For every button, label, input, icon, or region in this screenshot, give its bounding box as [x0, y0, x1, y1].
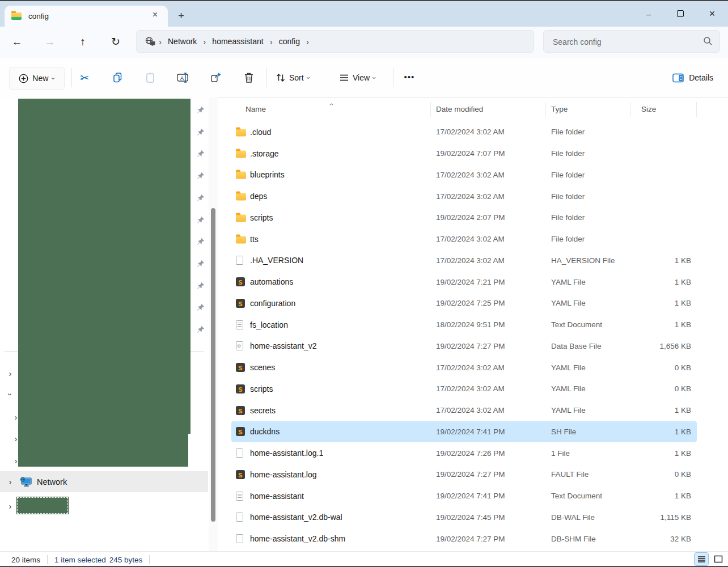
tree-expand-chevron-icon[interactable]: › [6, 501, 14, 511]
file-row[interactable]: duckdns19/02/2024 7:41 PMSH File1 KB [231, 421, 697, 443]
cut-button[interactable]: ✂ [73, 69, 96, 86]
address-bar[interactable]: › Network › homeassistant › config › [136, 30, 534, 53]
pin-icon[interactable] [197, 216, 205, 224]
file-row[interactable]: tts17/02/2024 3:02 AMFile folder [231, 229, 697, 250]
explorer-tab-config[interactable]: config × [5, 6, 168, 27]
pin-icon[interactable] [197, 325, 205, 333]
tree-collapse-chevron-icon[interactable]: › [6, 391, 15, 399]
column-header-name[interactable]: Name › [221, 102, 431, 117]
file-row[interactable]: blueprints17/02/2024 3:02 AMFile folder [231, 164, 697, 186]
tree-expand-chevron-icon[interactable]: › [12, 434, 20, 443]
file-row[interactable]: scenes17/02/2024 3:02 AMYAML File0 KB [231, 357, 697, 378]
pin-icon[interactable] [197, 106, 205, 114]
up-button[interactable]: ↑ [73, 33, 92, 50]
file-type: Data Base File [546, 342, 631, 350]
view-label: View [353, 73, 370, 82]
file-row[interactable]: .HA_VERSION17/02/2024 3:02 AMHA_VERSION … [231, 250, 697, 272]
tree-expand-chevron-icon[interactable]: › [12, 412, 20, 422]
new-tab-button[interactable]: + [178, 10, 184, 21]
details-button[interactable]: Details [672, 69, 713, 86]
sublime-icon [236, 299, 245, 308]
folder-icon [236, 129, 246, 136]
column-header-type[interactable]: Type [546, 102, 631, 117]
tree-expand-chevron-icon[interactable]: › [12, 456, 20, 466]
forward-button[interactable]: → [40, 33, 60, 50]
file-row[interactable]: home-assistant_v2.db-wal19/02/2024 7:45 … [231, 507, 697, 528]
file-type: Text Document [546, 320, 631, 329]
new-button[interactable]: New › [9, 67, 65, 90]
pin-icon[interactable] [197, 150, 205, 158]
file-row[interactable]: fs_location18/02/2024 9:51 PMText Docume… [231, 314, 697, 336]
file-row[interactable]: home-assistant_v2.db-shm19/02/2024 7:27 … [231, 528, 697, 549]
file-name: home-assistant_v2.db-wal [250, 513, 342, 522]
file-name: .storage [250, 149, 279, 158]
breadcrumb-network[interactable]: Network [164, 37, 200, 46]
file-name: scripts [250, 384, 273, 393]
file-row[interactable]: .cloud17/02/2024 3:02 AMFile folder [231, 121, 697, 143]
file-row[interactable]: home-assistant_v219/02/2024 7:27 PMData … [231, 336, 697, 357]
file-name: .cloud [250, 128, 271, 137]
view-button[interactable]: View › [339, 69, 375, 86]
file-row[interactable]: home-assistant.log19/02/2024 7:27 PMFAUL… [231, 464, 697, 485]
file-date: 18/02/2024 9:51 PM [431, 320, 546, 329]
file-row[interactable]: scripts17/02/2024 3:02 AMYAML File0 KB [231, 378, 697, 400]
tree-expand-chevron-icon[interactable]: › [6, 369, 14, 378]
close-button[interactable]: × [696, 8, 728, 20]
pin-icon[interactable] [197, 260, 205, 268]
file-type: HA_VERSION File [546, 256, 631, 265]
file-row[interactable]: home-assistant.log.119/02/2024 7:26 PM1 … [231, 442, 697, 464]
redacted-sidebar-item[interactable] [17, 497, 68, 514]
delete-button[interactable] [238, 69, 260, 86]
rename-button[interactable]: A [172, 69, 194, 86]
paste-button[interactable] [139, 69, 162, 86]
details-view-button[interactable] [694, 552, 709, 566]
pin-icon[interactable] [197, 282, 205, 290]
file-type: 1 File [546, 449, 631, 458]
breadcrumb-chevron-icon: › [303, 37, 312, 46]
file-row[interactable]: secrets17/02/2024 3:02 AMYAML File1 KB [231, 400, 697, 421]
copy-button[interactable] [106, 69, 129, 86]
tab-close-icon[interactable]: × [153, 10, 158, 20]
file-row[interactable]: .storage19/02/2024 7:07 PMFile folder [231, 143, 697, 164]
pin-icon[interactable] [197, 303, 205, 311]
file-size: 0 KB [631, 363, 697, 372]
file-name: secrets [250, 406, 276, 415]
pin-icon[interactable] [197, 194, 205, 202]
file-name: scripts [250, 213, 273, 222]
file-row[interactable]: configuration19/02/2024 7:25 PMYAML File… [231, 293, 697, 314]
sort-button[interactable]: Sort › [276, 69, 310, 86]
file-row[interactable]: automations19/02/2024 7:21 PMYAML File1 … [231, 271, 697, 293]
textdoc-icon [236, 320, 243, 329]
more-options-button[interactable]: ••• [399, 69, 420, 86]
file-type: SH File [546, 428, 631, 436]
breadcrumb-homeassistant[interactable]: homeassistant [209, 37, 266, 46]
redacted-tree-items [18, 434, 188, 467]
file-size: 1 KB [631, 428, 697, 436]
folder-icon [236, 236, 246, 243]
share-button[interactable] [205, 69, 227, 86]
pin-icon[interactable] [197, 128, 205, 136]
search-input[interactable] [552, 31, 690, 53]
column-header-date[interactable]: Date modified [431, 102, 546, 117]
sidebar-scrollbar[interactable] [209, 98, 218, 551]
trash-icon [244, 72, 254, 83]
scrollbar-thumb[interactable] [211, 208, 215, 522]
file-row[interactable]: home-assistant19/02/2024 7:41 PMText Doc… [231, 485, 697, 507]
column-header-size[interactable]: Size [631, 102, 697, 117]
minimize-button[interactable]: – [633, 9, 664, 19]
breadcrumb-config[interactable]: config [276, 37, 303, 46]
pin-icon[interactable] [197, 238, 205, 246]
file-date: 19/02/2024 7:41 PM [431, 428, 546, 436]
file-name: tts [250, 235, 259, 244]
file-type: YAML File [546, 299, 631, 307]
back-button[interactable]: ← [7, 33, 27, 50]
file-row[interactable]: scripts19/02/2024 2:07 PMFile folder [231, 207, 697, 229]
maximize-button[interactable] [664, 9, 696, 19]
folder-icon [236, 150, 246, 158]
refresh-button[interactable]: ↻ [106, 33, 125, 50]
sidebar-item-network[interactable]: › Network [0, 471, 208, 492]
file-row[interactable]: deps17/02/2024 3:02 AMFile folder [231, 185, 697, 207]
search-icon[interactable] [703, 36, 713, 46]
pin-icon[interactable] [197, 172, 205, 180]
thumbnail-view-button[interactable] [711, 552, 726, 566]
